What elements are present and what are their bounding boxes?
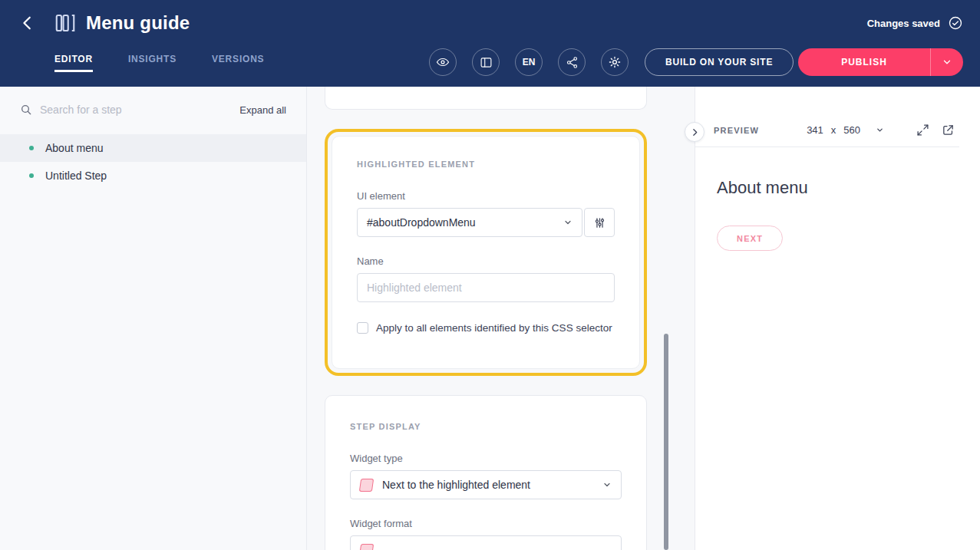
settings-button[interactable] <box>601 48 629 76</box>
header-icon-buttons: EN <box>429 48 629 76</box>
preview-header: PREVIEW 341 x 560 <box>695 114 959 147</box>
share-icon <box>566 56 579 69</box>
step-search-input[interactable] <box>40 104 239 116</box>
language-button[interactable]: EN <box>515 48 543 76</box>
name-label: Name <box>357 255 615 267</box>
step-item-untitled[interactable]: Untitled Step <box>0 162 306 189</box>
preview-header-actions <box>916 124 955 137</box>
chevron-down-icon <box>942 57 952 68</box>
expand-all-link[interactable]: Expand all <box>239 104 286 116</box>
preview-panel: PREVIEW 341 x 560 <box>695 87 980 550</box>
chevron-down-icon <box>602 480 612 489</box>
element-picker-button[interactable] <box>584 208 615 237</box>
search-icon <box>20 104 32 116</box>
highlighted-element-card: HIGHLIGHTED ELEMENT UI element #aboutDro… <box>332 136 640 369</box>
changes-saved-status: Changes saved <box>867 15 963 31</box>
preview-title: PREVIEW <box>714 126 759 135</box>
name-input[interactable] <box>357 273 615 302</box>
chevron-down-icon <box>563 218 572 227</box>
editor-scrollbar[interactable] <box>664 334 668 550</box>
ui-element-value: #aboutDropdownMenu <box>367 216 476 229</box>
expand-preview-button[interactable] <box>916 124 929 137</box>
layout-button[interactable] <box>472 48 500 76</box>
section-title-highlighted-element: HIGHLIGHTED ELEMENT <box>357 160 615 169</box>
app-window: Menu guide Changes saved EDITOR INSIGHTS… <box>0 0 980 550</box>
step-status-dot-icon <box>29 173 34 178</box>
tab-editor[interactable]: EDITOR <box>54 54 93 72</box>
expand-icon <box>916 124 929 137</box>
editor-tabs: EDITOR INSIGHTS VERSIONS <box>54 54 264 72</box>
header-toolbar-row: EDITOR INSIGHTS VERSIONS EN <box>0 46 980 87</box>
ui-element-row: #aboutDropdownMenu <box>357 208 615 237</box>
preview-size-select[interactable]: 341 x 560 <box>807 124 884 136</box>
chevron-left-icon <box>19 15 36 31</box>
preview-step-title: About menu <box>717 178 959 198</box>
preview-content: About menu NEXT <box>695 147 980 282</box>
apply-all-checkbox-label: Apply to all elements identified by this… <box>376 322 612 334</box>
step-label: Untitled Step <box>45 170 107 182</box>
apply-all-checkbox-row[interactable]: Apply to all elements identified by this… <box>357 322 615 334</box>
body-layout: Expand all About menu Untitled Step HIGH… <box>0 87 980 550</box>
preview-next-button[interactable]: NEXT <box>717 226 783 251</box>
preview-width-value: 341 <box>807 124 823 136</box>
sliders-icon <box>593 216 606 229</box>
collapse-preview-button[interactable] <box>685 122 704 142</box>
back-button[interactable] <box>17 12 38 34</box>
build-on-your-site-button[interactable]: BUILD ON YOUR SITE <box>645 48 794 76</box>
widget-format-icon <box>359 544 374 550</box>
app-logo-icon <box>54 12 77 35</box>
language-label: EN <box>523 57 536 68</box>
apply-all-checkbox[interactable] <box>357 322 368 334</box>
open-in-new-tab-button[interactable] <box>942 124 955 137</box>
widget-type-label: Widget type <box>350 453 622 464</box>
step-status-dot-icon <box>29 146 34 150</box>
step-list: About menu Untitled Step <box>0 134 306 189</box>
widget-type-value: Next to the highlighted element <box>382 479 530 491</box>
chevron-right-icon <box>690 127 700 137</box>
tab-insights[interactable]: INSIGHTS <box>128 54 177 72</box>
widget-type-icon <box>359 479 374 492</box>
step-display-card: STEP DISPLAY Widget type Next to the hig… <box>325 395 647 550</box>
tab-versions[interactable]: VERSIONS <box>212 54 264 72</box>
chevron-down-icon <box>876 126 884 134</box>
publish-button-group: PUBLISH <box>798 48 963 76</box>
external-link-icon <box>942 124 955 137</box>
publish-button[interactable]: PUBLISH <box>798 48 930 76</box>
section-title-step-display: STEP DISPLAY <box>350 422 622 431</box>
changes-saved-label: Changes saved <box>867 18 940 29</box>
top-header: Menu guide Changes saved EDITOR INSIGHTS… <box>0 0 980 87</box>
eye-icon <box>436 55 450 69</box>
ui-element-label: UI element <box>357 190 615 202</box>
step-item-about-menu[interactable]: About menu <box>0 134 306 162</box>
step-search-row: Expand all <box>0 87 306 128</box>
preview-height-value: 560 <box>843 124 860 136</box>
publish-dropdown-button[interactable] <box>930 48 963 76</box>
share-button[interactable] <box>558 48 586 76</box>
layout-panel-icon <box>480 56 493 69</box>
widget-type-select[interactable]: Next to the highlighted element <box>350 470 622 499</box>
widget-format-label: Widget format <box>350 518 622 529</box>
ui-element-select[interactable]: #aboutDropdownMenu <box>357 208 582 237</box>
gear-icon <box>608 55 622 69</box>
page-title: Menu guide <box>86 12 190 34</box>
header-title-row: Menu guide Changes saved <box>0 0 980 46</box>
preview-eye-button[interactable] <box>429 48 457 76</box>
preview-size-separator: x <box>831 124 836 136</box>
check-circle-icon <box>948 15 963 31</box>
widget-format-select[interactable] <box>350 535 622 550</box>
step-label: About menu <box>45 142 104 154</box>
highlighted-card-outline: HIGHLIGHTED ELEMENT UI element #aboutDro… <box>325 129 647 376</box>
editor-main-column: HIGHLIGHTED ELEMENT UI element #aboutDro… <box>307 87 695 550</box>
steps-sidebar: Expand all About menu Untitled Step <box>0 87 307 550</box>
card-above-partial <box>325 87 647 110</box>
